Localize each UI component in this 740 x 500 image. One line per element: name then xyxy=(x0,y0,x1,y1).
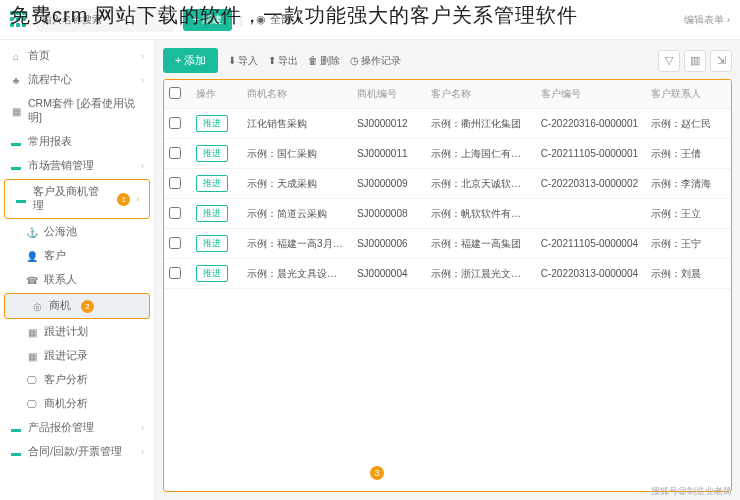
watermark: 搜狐号@制造业老简 xyxy=(651,485,732,498)
cell-ccode: C-20220313-0000002 xyxy=(536,169,646,199)
sidebar-item-6[interactable]: ⚓公海池 xyxy=(0,220,154,244)
nav-icon: ▬ xyxy=(10,446,22,458)
nav-icon: 🖵 xyxy=(26,398,38,410)
chevron-icon: › xyxy=(141,51,144,61)
cell-ccode: C-20220316-0000001 xyxy=(536,109,646,139)
export-icon-2[interactable]: ⇲ xyxy=(710,50,732,72)
cell-contact: 示例：刘晨 xyxy=(646,259,731,289)
col-header: 客户名称 xyxy=(426,80,536,109)
table-row[interactable]: 推进示例：福建一高3月订单SJ0000006示例：福建一高集团C-2021110… xyxy=(164,229,731,259)
delete-button[interactable]: 🗑删除 xyxy=(308,54,340,68)
cell-cust: 示例：浙江晨光文具… xyxy=(426,259,536,289)
chevron-icon: › xyxy=(136,194,139,204)
filter-icon[interactable]: ▽ xyxy=(658,50,680,72)
cell-name: 示例：福建一高3月订单 xyxy=(242,229,352,259)
table-row[interactable]: 推进示例：简道云采购SJ0000008示例：帆软软件有限公司示例：王立 xyxy=(164,199,731,229)
cell-name: 示例：天成采购 xyxy=(242,169,352,199)
clock-icon: ◷ xyxy=(350,55,359,66)
nav-label: 首页 xyxy=(28,49,50,63)
table-row[interactable]: 推进江化销售采购SJ0000012示例：衢州江化集团C-20220316-000… xyxy=(164,109,731,139)
sidebar-item-3[interactable]: ▬常用报表 xyxy=(0,130,154,154)
column-icon[interactable]: ▥ xyxy=(684,50,706,72)
log-button[interactable]: ◷操作记录 xyxy=(350,54,401,68)
nav-icon: 👤 xyxy=(26,250,38,262)
push-button[interactable]: 推进 xyxy=(196,235,228,252)
edit-form-button[interactable]: 编辑表单 › xyxy=(684,13,730,27)
select-all-checkbox[interactable] xyxy=(169,87,181,99)
nav-label: 商机 xyxy=(49,299,71,313)
chevron-icon: › xyxy=(141,75,144,85)
nav-label: 客户 xyxy=(44,249,66,263)
nav-label: 跟进记录 xyxy=(44,349,88,363)
push-button[interactable]: 推进 xyxy=(196,265,228,282)
row-checkbox[interactable] xyxy=(169,147,181,159)
sidebar-item-15[interactable]: ▬合同/回款/开票管理› xyxy=(0,440,154,464)
annotation-badge: 1 xyxy=(117,193,130,206)
cell-ccode xyxy=(536,199,646,229)
export-button[interactable]: ⬆导出 xyxy=(268,54,298,68)
cell-cust: 示例：上海国仁有限… xyxy=(426,139,536,169)
row-checkbox[interactable] xyxy=(169,207,181,219)
row-checkbox[interactable] xyxy=(169,267,181,279)
row-checkbox[interactable] xyxy=(169,117,181,129)
table-row[interactable]: 推进示例：晨光文具设备…SJ0000004示例：浙江晨光文具…C-2022031… xyxy=(164,259,731,289)
nav-label: 合同/回款/开票管理 xyxy=(28,445,122,459)
sidebar-item-7[interactable]: 👤客户 xyxy=(0,244,154,268)
sidebar-item-2[interactable]: ▦CRM套件 [必看使用说明] xyxy=(0,92,154,130)
nav-label: 产品报价管理 xyxy=(28,421,94,435)
col-header xyxy=(164,80,191,109)
nav-label: 常用报表 xyxy=(28,135,72,149)
nav-icon: ⌂ xyxy=(10,50,22,62)
push-button[interactable]: 推进 xyxy=(196,205,228,222)
sidebar-item-13[interactable]: 🖵商机分析 xyxy=(0,392,154,416)
sidebar-item-14[interactable]: ▬产品报价管理› xyxy=(0,416,154,440)
cell-contact: 示例：赵仁民 xyxy=(646,109,731,139)
nav-icon: ▦ xyxy=(10,105,22,117)
table-row[interactable]: 推进示例：国仁采购SJ0000011示例：上海国仁有限…C-20211105-0… xyxy=(164,139,731,169)
nav-icon: 🖵 xyxy=(26,374,38,386)
sidebar-item-12[interactable]: 🖵客户分析 xyxy=(0,368,154,392)
sidebar-item-1[interactable]: ♣流程中心› xyxy=(0,68,154,92)
table-row[interactable]: 推进示例：天成采购SJ0000009示例：北京天诚软件…C-20220313-0… xyxy=(164,169,731,199)
sidebar-item-10[interactable]: ▦跟进计划 xyxy=(0,320,154,344)
nav-label: 公海池 xyxy=(44,225,77,239)
data-table-wrap: 操作商机名称商机编号客户名称客户编号客户联系人 推进江化销售采购SJ000001… xyxy=(163,79,732,492)
sidebar-item-9[interactable]: ◎商机2 xyxy=(4,293,150,319)
import-button[interactable]: ⬇导入 xyxy=(228,54,258,68)
cell-contact: 示例：王倩 xyxy=(646,139,731,169)
cell-contact: 示例：王立 xyxy=(646,199,731,229)
nav-icon: ⚓ xyxy=(26,226,38,238)
nav-label: 市场营销管理 xyxy=(28,159,94,173)
cell-contact: 示例：李清海 xyxy=(646,169,731,199)
nav-icon: ▬ xyxy=(10,136,22,148)
row-checkbox[interactable] xyxy=(169,177,181,189)
col-header: 商机名称 xyxy=(242,80,352,109)
nav-icon: ▬ xyxy=(10,160,22,172)
nav-icon: ☎ xyxy=(26,274,38,286)
cell-name: 示例：简道云采购 xyxy=(242,199,352,229)
sidebar-item-11[interactable]: ▦跟进记录 xyxy=(0,344,154,368)
export-icon: ⬆ xyxy=(268,55,276,66)
nav-label: 流程中心 xyxy=(28,73,72,87)
sidebar-item-5[interactable]: ▬客户及商机管理1› xyxy=(4,179,150,219)
col-header: 客户联系人 xyxy=(646,80,731,109)
import-icon: ⬇ xyxy=(228,55,236,66)
cell-code: SJ0000004 xyxy=(352,259,426,289)
push-button[interactable]: 推进 xyxy=(196,175,228,192)
sidebar-item-0[interactable]: ⌂首页› xyxy=(0,44,154,68)
chevron-right-icon: › xyxy=(727,14,730,25)
row-checkbox[interactable] xyxy=(169,237,181,249)
push-button[interactable]: 推进 xyxy=(196,145,228,162)
cell-name: 示例：晨光文具设备… xyxy=(242,259,352,289)
col-header: 商机编号 xyxy=(352,80,426,109)
cell-ccode: C-20220313-0000004 xyxy=(536,259,646,289)
sidebar-item-8[interactable]: ☎联系人 xyxy=(0,268,154,292)
add-button[interactable]: + 添加 xyxy=(163,48,218,73)
edit-form-label: 编辑表单 xyxy=(684,13,724,27)
sidebar-item-4[interactable]: ▬市场营销管理› xyxy=(0,154,154,178)
content-toolbar: + 添加 ⬇导入 ⬆导出 🗑删除 ◷操作记录 ▽ ▥ ⇲ xyxy=(163,48,732,73)
nav-label: 跟进计划 xyxy=(44,325,88,339)
sidebar: ⌂首页›♣流程中心›▦CRM套件 [必看使用说明]▬常用报表▬市场营销管理›▬客… xyxy=(0,40,155,500)
push-button[interactable]: 推进 xyxy=(196,115,228,132)
cell-name: 示例：国仁采购 xyxy=(242,139,352,169)
